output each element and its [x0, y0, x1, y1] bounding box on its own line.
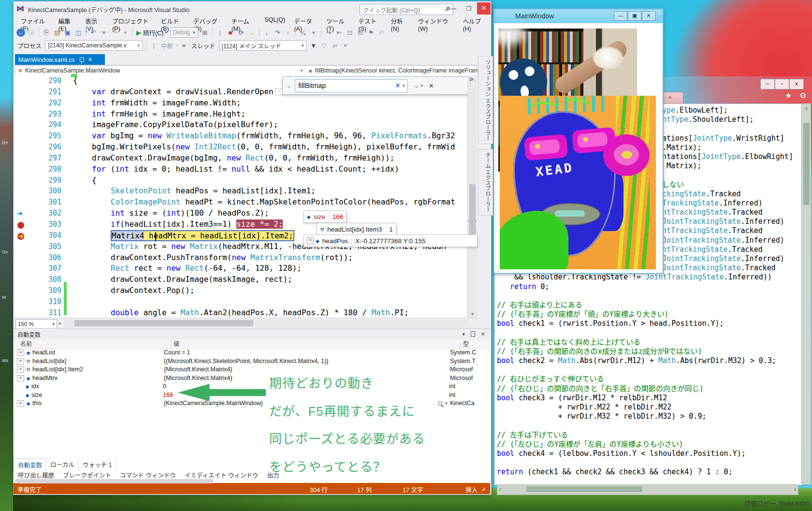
redo-icon[interactable]: ↷ [110, 29, 119, 36]
breakpoint-icon[interactable] [17, 222, 24, 229]
scroll-left-icon[interactable]: ◂ [58, 320, 61, 326]
clear-icon[interactable]: ✕ [395, 82, 400, 89]
debug-windows-icon[interactable]: ⊞ [201, 29, 209, 36]
editor-horizontal-scrollbar[interactable] [64, 320, 469, 327]
tab-solution-explorer[interactable]: ソリューション エクスプローラー [478, 56, 493, 144]
autos-row-headList[idx][interactable]: +⚒headList[idx]{(Microsoft.Kinect.Skelet… [14, 357, 490, 366]
menu-item-4[interactable]: ビルド(B) [157, 15, 189, 26]
zoom-select[interactable]: 150 %▾ [15, 319, 57, 329]
menu-item-12[interactable]: ウィンドウ(W) [414, 15, 459, 26]
save-icon[interactable]: ▣ [63, 29, 72, 36]
kinect-app-titlebar[interactable]: MainWindow — ▣ ✕ [494, 9, 663, 23]
bookmark-icon[interactable]: ⚑ [367, 29, 376, 36]
indent-icon[interactable]: ⇥ [324, 29, 333, 36]
close-icon[interactable]: ✕ [429, 82, 434, 89]
autos-titlebar[interactable]: 自動変数 ▾ ✕ [14, 329, 490, 339]
datatip-item3[interactable]: ⚒ headList[idx].Item3 1 [317, 223, 396, 235]
menu-item-11[interactable]: 分析(N) [386, 15, 413, 26]
magnifier-icon[interactable] [438, 401, 442, 406]
break-all-icon[interactable]: ∥ [149, 42, 158, 49]
scrollbar-thumb[interactable] [74, 320, 253, 326]
undo-icon[interactable]: ↶ [89, 29, 98, 36]
member-dropdown[interactable]: ◈ fillBitmap(KinectSensor kinect, ColorI… [306, 66, 478, 75]
restore-icon[interactable]: ❐ [462, 4, 476, 14]
outdent-icon[interactable]: ⇤ [335, 29, 344, 36]
bookmark-next-icon[interactable]: ⚐ [377, 29, 386, 36]
overflow-icon[interactable]: ˅ [341, 42, 350, 49]
minimize-icon[interactable]: — [614, 11, 627, 21]
comment-icon[interactable]: ⊡ [346, 29, 354, 36]
settings-gear-icon[interactable]: ⚙ [799, 91, 806, 100]
close-icon[interactable]: ✕ [481, 331, 485, 337]
show-next-statement-icon[interactable]: → [247, 29, 256, 36]
datatip-headpos[interactable]: + ◆ headPos X:-0.127777368 Y:0.155 [304, 234, 478, 247]
chevron-down-icon[interactable]: ⌄ [287, 83, 291, 89]
quick-launch-input[interactable]: クイック起動 (Ctrl+Q) 🔎︎ [360, 4, 453, 15]
navigate-backward-icon[interactable]: ← [16, 29, 25, 37]
menu-item-7[interactable]: SQL(Q) [260, 15, 290, 26]
scroll-right-icon[interactable]: › [794, 486, 796, 493]
autos-row-headList[idx].Item2[interactable]: +⚒headList[idx].Item2{Microsoft.Kinect.M… [14, 365, 490, 374]
datatip-size[interactable]: ◆ size 166 [304, 210, 347, 223]
find-next-icon[interactable]: → [412, 82, 419, 89]
step-over-icon[interactable]: ↷ [273, 29, 282, 36]
pause-icon[interactable]: ∥ [216, 29, 224, 36]
minimize-icon[interactable]: – [760, 79, 775, 89]
maximize-icon[interactable]: ▣ [628, 11, 641, 21]
minimize-icon[interactable]: — [447, 4, 460, 14]
stop-icon[interactable]: ■ [226, 29, 235, 36]
column-type[interactable]: 型 [460, 339, 490, 349]
chevron-down-icon[interactable]: ▾ [420, 83, 423, 88]
document-tab[interactable]: MainWindow.xaml.cs ✕ [15, 54, 105, 65]
continue-button[interactable]: ▶ 続行(C) ▾ [136, 28, 167, 37]
window-position-icon[interactable]: ▾ [462, 331, 465, 337]
menu-item-5[interactable]: デバッグ(D) [189, 15, 227, 26]
favorites-star-icon[interactable]: ★ [785, 91, 792, 100]
close-icon[interactable]: x [789, 79, 804, 89]
hex-display-icon[interactable]: ⅟₆ [299, 29, 307, 36]
expand-icon[interactable]: + [17, 350, 24, 356]
autos-row-headMtrx[interactable]: +◆headMtrx{Microsoft.Kinect.Matrix4}Micr… [14, 374, 490, 383]
close-icon[interactable]: ✕ [642, 11, 655, 21]
column-name[interactable]: 名前 [14, 339, 171, 349]
menu-item-8[interactable]: データ(A) [290, 15, 322, 26]
open-file-icon[interactable]: ▤ [53, 29, 61, 36]
tab-2[interactable]: ウォッチ 1 [79, 458, 116, 470]
editor-vertical-scrollbar[interactable]: ▲ ▼ [467, 75, 477, 318]
resize-grip[interactable]: ◢ [481, 486, 485, 491]
restart-icon[interactable]: ⟳ [237, 29, 246, 36]
pin-icon[interactable] [471, 331, 475, 337]
chevron-down-icon[interactable]: ▾ [445, 399, 448, 408]
redo-caret-icon[interactable]: ▾ [121, 29, 130, 36]
close-icon[interactable]: ✕ [88, 57, 92, 63]
menu-item-10[interactable]: テスト(S) [354, 15, 387, 26]
menu-item-0[interactable]: ファイル(F) [16, 15, 54, 26]
horizontal-scrollbar[interactable]: ‹ › [497, 484, 798, 495]
new-file-icon[interactable]: ⎘ [42, 29, 51, 36]
scroll-down-icon[interactable]: ▼ [469, 312, 476, 317]
expand-icon[interactable]: + [17, 400, 24, 407]
tab-1[interactable]: ローカル [46, 458, 79, 470]
flag-threads-icon[interactable]: ⇄ [331, 42, 339, 49]
filter-clear-icon[interactable]: ▽ [320, 42, 329, 49]
expand-icon[interactable]: + [17, 358, 24, 365]
tracepoint-arrow-icon[interactable]: ➜ [17, 210, 23, 217]
thread-select[interactable]: [1124] メイン スレッド▾ [219, 40, 307, 51]
autos-row-headList[interactable]: +◆headListCount = 1System.C [14, 349, 490, 357]
menu-item-6[interactable]: チーム(M) [227, 15, 261, 26]
menu-item-3[interactable]: プロジェクト(P) [108, 15, 157, 26]
expand-icon[interactable]: + [307, 237, 314, 244]
navigate-forward-icon[interactable]: → [27, 29, 36, 37]
process-select[interactable]: [2140] KinectCameraSample.v▾ [45, 40, 143, 51]
scroll-left-icon[interactable]: ‹ [499, 486, 501, 493]
save-all-icon[interactable]: ◫ [74, 29, 83, 36]
uncomment-icon[interactable]: ⊟ [356, 29, 365, 36]
type-dropdown[interactable]: ❖ KinectCameraSample.MainWindow ▾ [15, 66, 306, 75]
menu-item-13[interactable]: ヘルプ(H) [458, 15, 491, 26]
splitter-icon[interactable]: ⇕ [468, 76, 473, 83]
undo-caret-icon[interactable]: ▾ [100, 29, 108, 36]
pin-icon[interactable] [80, 58, 84, 62]
menu-item-1[interactable]: 編集(E) [54, 15, 81, 26]
expand-icon[interactable]: + [17, 366, 24, 373]
expand-icon[interactable]: + [17, 375, 24, 381]
